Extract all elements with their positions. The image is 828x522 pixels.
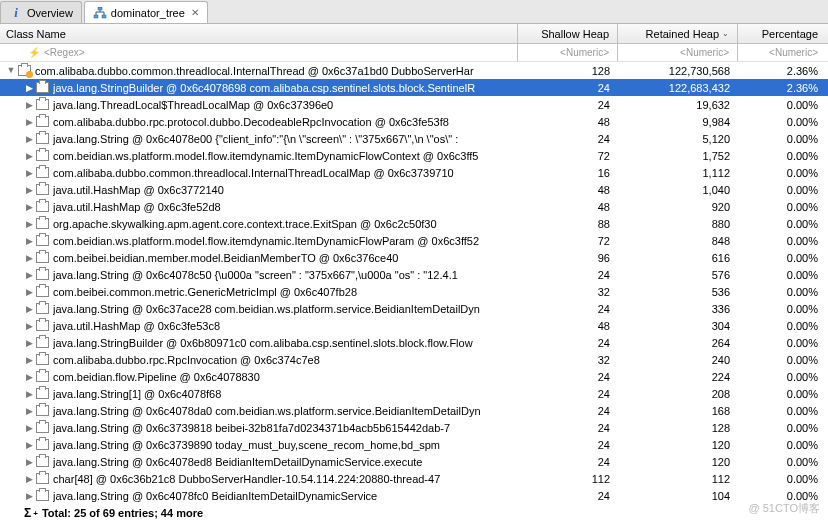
- expand-closed-icon[interactable]: ▶: [24, 457, 34, 467]
- expand-closed-icon[interactable]: ▶: [24, 134, 34, 144]
- table-row[interactable]: ▶com.beidian.ws.platform.model.flow.item…: [0, 147, 828, 164]
- expand-closed-icon[interactable]: ▶: [24, 100, 34, 110]
- cell-retained: 304: [618, 320, 738, 332]
- table-row[interactable]: ▶com.beibei.common.metric.GenericMetricI…: [0, 283, 828, 300]
- filter-shallow[interactable]: <Numeric>: [518, 44, 618, 61]
- expand-closed-icon[interactable]: ▶: [24, 270, 34, 280]
- table-row[interactable]: ▶com.beidian.ws.platform.model.flow.item…: [0, 232, 828, 249]
- table-row[interactable]: ▶com.alibaba.dubbo.rpc.RpcInvocation @ 0…: [0, 351, 828, 368]
- expand-closed-icon[interactable]: ▶: [24, 440, 34, 450]
- filter-pct[interactable]: <Numeric>: [738, 44, 828, 61]
- row-label: com.beibei.common.metric.GenericMetricIm…: [53, 286, 357, 298]
- cell-percentage: 0.00%: [738, 405, 828, 417]
- cell-name: ▶com.beibei.beidian.member.model.Beidian…: [0, 250, 518, 266]
- class-icon: [34, 131, 50, 147]
- filter-retained[interactable]: <Numeric>: [618, 44, 738, 61]
- filter-regex[interactable]: ⚡ <Regex>: [0, 44, 518, 61]
- row-label: com.beidian.flow.Pipeline @ 0x6c4078830: [53, 371, 260, 383]
- total-text: Total: 25 of 69 entries; 44 more: [42, 507, 203, 519]
- table-row[interactable]: ▶java.lang.String @ 0x6c4078c50 {\u000a …: [0, 266, 828, 283]
- cell-retained: 5,120: [618, 133, 738, 145]
- expand-closed-icon[interactable]: ▶: [24, 321, 34, 331]
- table-row[interactable]: ▶java.util.HashMap @ 0x6c3fe52d8489200.0…: [0, 198, 828, 215]
- cell-name: ▶java.util.HashMap @ 0x6c3fe53c8: [0, 318, 518, 334]
- class-icon: [34, 199, 50, 215]
- cell-shallow: 32: [518, 354, 618, 366]
- column-header-name[interactable]: Class Name: [0, 24, 518, 43]
- table-row[interactable]: ▶java.lang.ThreadLocal$ThreadLocalMap @ …: [0, 96, 828, 113]
- cell-shallow: 24: [518, 337, 618, 349]
- column-header-shallow[interactable]: Shallow Heap: [518, 24, 618, 43]
- cell-shallow: 112: [518, 473, 618, 485]
- table-row[interactable]: ▶java.lang.String @ 0x6c4078fc0 BeidianI…: [0, 487, 828, 504]
- cell-name: ▶java.lang.String[1] @ 0x6c4078f68: [0, 386, 518, 402]
- table-row[interactable]: ▶java.lang.String @ 0x6c4078ed8 BeidianI…: [0, 453, 828, 470]
- close-icon[interactable]: ✕: [191, 7, 199, 18]
- column-header-retained[interactable]: Retained Heap⌄: [618, 24, 738, 43]
- expand-closed-icon[interactable]: ▶: [24, 117, 34, 127]
- table-row[interactable]: ▶java.lang.StringBuilder @ 0x6b80971c0 c…: [0, 334, 828, 351]
- table-row[interactable]: ▶java.util.HashMap @ 0x6c3772140481,0400…: [0, 181, 828, 198]
- row-label: java.lang.ThreadLocal$ThreadLocalMap @ 0…: [53, 99, 333, 111]
- expand-closed-icon[interactable]: ▶: [24, 168, 34, 178]
- row-label: java.lang.String[1] @ 0x6c4078f68: [53, 388, 221, 400]
- expand-closed-icon[interactable]: ▶: [24, 287, 34, 297]
- expand-closed-icon[interactable]: ▶: [24, 474, 34, 484]
- class-icon: [34, 454, 50, 470]
- expand-closed-icon[interactable]: ▶: [24, 219, 34, 229]
- expand-closed-icon[interactable]: ▶: [24, 338, 34, 348]
- expand-closed-icon[interactable]: ▶: [24, 253, 34, 263]
- expand-closed-icon[interactable]: ▶: [24, 491, 34, 501]
- expand-closed-icon[interactable]: ▶: [24, 355, 34, 365]
- column-header-percentage[interactable]: Percentage: [738, 24, 828, 43]
- expand-open-icon[interactable]: ▼: [6, 65, 16, 75]
- table-row[interactable]: ▶com.beibei.beidian.member.model.Beidian…: [0, 249, 828, 266]
- regex-icon: ⚡: [28, 47, 40, 58]
- row-label: com.beidian.ws.platform.model.flow.itemd…: [53, 235, 479, 247]
- row-label: com.alibaba.dubbo.rpc.protocol.dubbo.Dec…: [53, 116, 449, 128]
- table-row[interactable]: ▶com.beidian.flow.Pipeline @ 0x6c4078830…: [0, 368, 828, 385]
- row-label: java.lang.String @ 0x6c4078fc0 BeidianIt…: [53, 490, 377, 502]
- expand-closed-icon[interactable]: ▶: [24, 202, 34, 212]
- cell-retained: 536: [618, 286, 738, 298]
- tab-dominator-tree[interactable]: dominator_tree ✕: [84, 1, 208, 23]
- class-icon: [34, 182, 50, 198]
- table-row[interactable]: ▶java.lang.String[1] @ 0x6c4078f68242080…: [0, 385, 828, 402]
- expand-closed-icon[interactable]: ▶: [24, 372, 34, 382]
- row-label: java.util.HashMap @ 0x6c3fe52d8: [53, 201, 221, 213]
- row-label: java.lang.String @ 0x6c4078c50 {\u000a "…: [53, 269, 458, 281]
- expand-closed-icon[interactable]: ▶: [24, 185, 34, 195]
- tab-overview[interactable]: i Overview: [0, 1, 82, 23]
- expand-closed-icon[interactable]: ▶: [24, 151, 34, 161]
- table-row[interactable]: ▶java.util.HashMap @ 0x6c3fe53c8483040.0…: [0, 317, 828, 334]
- table-row[interactable]: ▶org.apache.skywalking.apm.agent.core.co…: [0, 215, 828, 232]
- expand-closed-icon[interactable]: ▶: [24, 406, 34, 416]
- class-icon: [34, 386, 50, 402]
- cell-retained: 122,683,432: [618, 82, 738, 94]
- cell-shallow: 24: [518, 99, 618, 111]
- cell-retained: 880: [618, 218, 738, 230]
- expand-closed-icon[interactable]: ▶: [24, 304, 34, 314]
- table-row[interactable]: ▶com.alibaba.dubbo.rpc.protocol.dubbo.De…: [0, 113, 828, 130]
- cell-shallow: 24: [518, 371, 618, 383]
- table-row[interactable]: ▶java.lang.String @ 0x6c37ace28 com.beid…: [0, 300, 828, 317]
- expand-closed-icon[interactable]: ▶: [24, 83, 34, 93]
- tree-view[interactable]: ▼com.alibaba.dubbo.common.threadlocal.In…: [0, 62, 828, 522]
- cell-name: ▶com.beidian.flow.Pipeline @ 0x6c4078830: [0, 369, 518, 385]
- expand-closed-icon[interactable]: ▶: [24, 236, 34, 246]
- cell-shallow: 24: [518, 82, 618, 94]
- table-row[interactable]: ▶char[48] @ 0x6c36b21c8 DubboServerHandl…: [0, 470, 828, 487]
- cell-name: ▶java.lang.String @ 0x6c3739818 beibei-3…: [0, 420, 518, 436]
- expand-closed-icon[interactable]: ▶: [24, 423, 34, 433]
- table-row[interactable]: ▶java.lang.String @ 0x6c4078e00 {"client…: [0, 130, 828, 147]
- filter-row: ⚡ <Regex> <Numeric> <Numeric> <Numeric>: [0, 44, 828, 62]
- table-row[interactable]: ▶java.lang.String @ 0x6c3739890 today_mu…: [0, 436, 828, 453]
- cell-retained: 122,730,568: [618, 65, 738, 77]
- table-row[interactable]: ▶com.alibaba.dubbo.common.threadlocal.In…: [0, 164, 828, 181]
- cell-retained: 264: [618, 337, 738, 349]
- expand-closed-icon[interactable]: ▶: [24, 389, 34, 399]
- table-row[interactable]: ▶java.lang.StringBuilder @ 0x6c4078698 c…: [0, 79, 828, 96]
- table-row[interactable]: ▶java.lang.String @ 0x6c3739818 beibei-3…: [0, 419, 828, 436]
- table-row[interactable]: ▶java.lang.String @ 0x6c4078da0 com.beid…: [0, 402, 828, 419]
- table-row[interactable]: ▼com.alibaba.dubbo.common.threadlocal.In…: [0, 62, 828, 79]
